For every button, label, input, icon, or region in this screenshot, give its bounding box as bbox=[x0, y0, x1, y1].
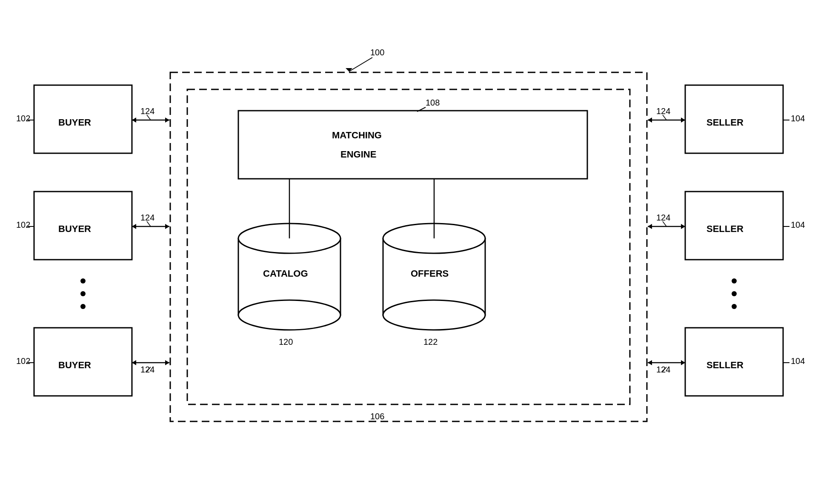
ref-104-middle: 104 bbox=[791, 220, 805, 229]
svg-marker-48 bbox=[648, 360, 652, 365]
svg-marker-37 bbox=[165, 360, 169, 365]
ref-106: 106 bbox=[370, 412, 384, 421]
matching-engine-label-line1: MATCHING bbox=[332, 130, 382, 140]
svg-point-25 bbox=[732, 304, 737, 309]
ref-102-bottom: 102 bbox=[16, 356, 30, 366]
svg-point-19 bbox=[80, 304, 86, 309]
buyer-label-middle: BUYER bbox=[58, 223, 91, 234]
ref-100: 100 bbox=[370, 48, 384, 57]
svg-marker-44 bbox=[648, 224, 652, 229]
svg-point-17 bbox=[80, 278, 86, 284]
ref-102-top: 102 bbox=[16, 114, 30, 123]
svg-point-9 bbox=[383, 300, 485, 330]
svg-point-5 bbox=[238, 300, 340, 330]
svg-point-23 bbox=[732, 278, 737, 284]
diagram-container: 100 106 MATCHING ENGINE 108 CATALOG 120 … bbox=[0, 0, 818, 504]
svg-marker-40 bbox=[648, 117, 652, 123]
matching-engine-box bbox=[238, 111, 587, 179]
buyer-label-bottom: BUYER bbox=[58, 360, 91, 370]
ref-124-buyer-top: 124 bbox=[140, 106, 154, 116]
seller-label-middle: SELLER bbox=[706, 223, 744, 234]
ref-122: 122 bbox=[423, 337, 438, 346]
ref-102-middle: 102 bbox=[16, 220, 30, 229]
svg-marker-29 bbox=[165, 117, 169, 123]
ref-124-buyer-bot: 124 bbox=[140, 365, 154, 374]
svg-line-0 bbox=[349, 57, 372, 72]
svg-point-18 bbox=[80, 291, 86, 296]
catalog-label: CATALOG bbox=[263, 268, 308, 279]
offers-label: OFFERS bbox=[411, 268, 449, 279]
ref-104-bottom: 104 bbox=[791, 356, 805, 366]
ref-124-buyer-mid: 124 bbox=[140, 213, 154, 222]
ref-124-seller-mid: 124 bbox=[656, 213, 670, 222]
svg-marker-33 bbox=[165, 224, 169, 229]
matching-engine-label-line2: ENGINE bbox=[340, 149, 376, 160]
ref-124-seller-bot: 124 bbox=[656, 365, 670, 374]
seller-label-top: SELLER bbox=[706, 117, 744, 128]
buyer-label-top: BUYER bbox=[58, 117, 91, 128]
svg-point-24 bbox=[732, 291, 737, 296]
ref-120: 120 bbox=[279, 337, 293, 346]
seller-label-bottom: SELLER bbox=[706, 360, 744, 370]
ref-108: 108 bbox=[426, 98, 440, 107]
ref-124-seller-top: 124 bbox=[656, 106, 670, 116]
ref-104-top: 104 bbox=[791, 114, 805, 123]
